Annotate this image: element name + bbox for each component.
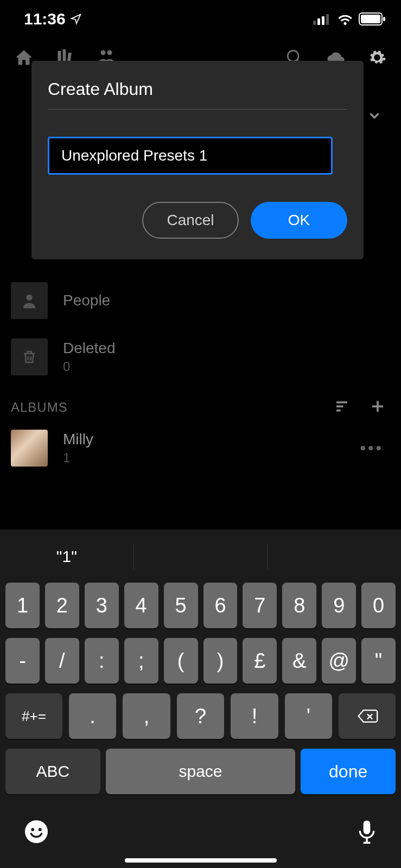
sort-icon[interactable] xyxy=(334,398,350,417)
key-9[interactable]: 9 xyxy=(322,583,356,628)
trash-icon xyxy=(11,339,48,375)
key-comma[interactable]: , xyxy=(123,693,170,739)
key-7[interactable]: 7 xyxy=(243,583,277,628)
album-row[interactable]: Milly 1 ••• xyxy=(11,422,390,474)
svg-rect-3 xyxy=(326,14,329,25)
home-indicator[interactable] xyxy=(125,858,277,863)
key-0[interactable]: 0 xyxy=(361,583,396,628)
svg-point-13 xyxy=(26,295,32,301)
key-abc[interactable]: ABC xyxy=(5,749,100,794)
deleted-label: Deleted xyxy=(63,340,116,357)
chevron-down-icon xyxy=(366,107,383,126)
svg-point-14 xyxy=(25,820,48,843)
album-thumbnail xyxy=(11,430,48,467)
key-3[interactable]: 3 xyxy=(85,583,119,628)
people-label: People xyxy=(63,292,110,309)
albums-header-label: ALBUMS xyxy=(11,400,68,415)
svg-point-12 xyxy=(288,50,298,61)
add-album-icon[interactable] xyxy=(370,398,386,417)
battery-icon xyxy=(359,12,386,25)
key-quote[interactable]: " xyxy=(361,638,396,684)
ok-button[interactable]: OK xyxy=(251,202,347,239)
wifi-icon xyxy=(337,13,353,25)
key-period[interactable]: . xyxy=(69,693,116,739)
key-1[interactable]: 1 xyxy=(5,583,40,628)
cancel-button[interactable]: Cancel xyxy=(142,202,239,239)
key-semicolon[interactable]: ; xyxy=(124,638,158,684)
svg-rect-17 xyxy=(364,820,371,834)
key-colon[interactable]: : xyxy=(85,638,119,684)
key-symbols[interactable]: #+= xyxy=(5,693,62,739)
svg-rect-6 xyxy=(383,17,385,21)
svg-rect-2 xyxy=(322,16,324,25)
svg-point-10 xyxy=(101,50,106,55)
key-6[interactable]: 6 xyxy=(203,583,238,628)
svg-rect-1 xyxy=(317,18,320,25)
key-question[interactable]: ? xyxy=(177,693,224,739)
key-done[interactable]: done xyxy=(301,749,396,794)
deleted-row[interactable]: Deleted 0 xyxy=(11,329,390,385)
deleted-count: 0 xyxy=(63,359,116,374)
modal-title: Create Album xyxy=(48,79,347,99)
svg-point-11 xyxy=(107,50,112,55)
key-dash[interactable]: - xyxy=(5,638,40,684)
key-lparen[interactable]: ( xyxy=(164,638,198,684)
svg-rect-5 xyxy=(361,15,380,23)
cellular-icon xyxy=(313,13,332,25)
status-bar: 11:36 xyxy=(0,0,401,38)
keyboard-row-4: ABC space done xyxy=(0,749,401,803)
key-apostrophe[interactable]: ' xyxy=(285,693,332,739)
location-icon xyxy=(70,13,82,25)
status-time: 11:36 xyxy=(24,10,82,28)
keyboard: "1" 1 2 3 4 5 6 7 8 9 0 - / : ; ( ) £ & … xyxy=(0,529,401,868)
backspace-icon xyxy=(357,708,378,724)
create-album-modal: Create Album Cancel OK xyxy=(31,61,364,259)
emoji-icon[interactable] xyxy=(24,819,49,846)
key-exclaim[interactable]: ! xyxy=(231,693,278,739)
key-slash[interactable]: / xyxy=(45,638,79,684)
album-name-input[interactable] xyxy=(48,137,333,175)
key-5[interactable]: 5 xyxy=(164,583,198,628)
album-name: Milly xyxy=(63,431,93,448)
key-pound[interactable]: £ xyxy=(243,638,277,684)
status-icons xyxy=(313,12,386,25)
more-icon[interactable]: ••• xyxy=(360,439,384,457)
key-at[interactable]: @ xyxy=(322,638,356,684)
people-row[interactable]: People xyxy=(11,272,390,329)
mic-icon[interactable] xyxy=(357,819,377,847)
person-icon xyxy=(11,282,48,319)
keyboard-row-3: #+= . , ? ! ' xyxy=(3,693,398,739)
key-2[interactable]: 2 xyxy=(45,583,79,628)
key-4[interactable]: 4 xyxy=(124,583,158,628)
gear-icon[interactable] xyxy=(366,47,388,68)
keyboard-row-2: - / : ; ( ) £ & @ " xyxy=(3,638,398,684)
keyboard-row-1: 1 2 3 4 5 6 7 8 9 0 xyxy=(3,583,398,628)
key-amp[interactable]: & xyxy=(282,638,316,684)
svg-rect-0 xyxy=(313,21,316,25)
key-space[interactable]: space xyxy=(106,749,296,794)
album-count: 1 xyxy=(63,450,93,465)
key-rparen[interactable]: ) xyxy=(203,638,238,684)
key-8[interactable]: 8 xyxy=(282,583,316,628)
suggestion-1[interactable]: "1" xyxy=(0,547,133,566)
modal-divider xyxy=(48,109,347,110)
suggestion-row: "1" xyxy=(0,535,401,578)
svg-point-16 xyxy=(39,828,42,831)
status-time-text: 11:36 xyxy=(24,10,66,28)
key-backspace[interactable] xyxy=(339,693,396,739)
svg-point-15 xyxy=(31,828,34,831)
